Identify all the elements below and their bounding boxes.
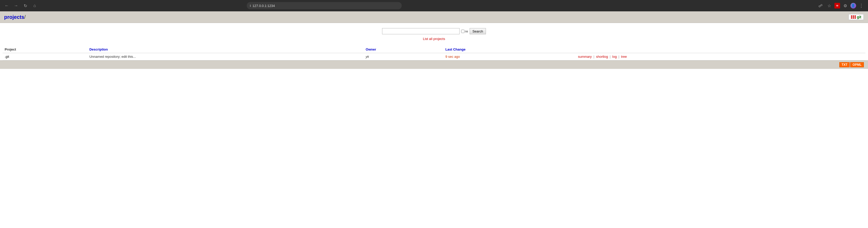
search-button[interactable]: Search — [470, 28, 486, 34]
git-dot-4 — [851, 17, 852, 18]
extensions-button[interactable]: ⚙ — [842, 2, 849, 9]
summary-link[interactable]: summary — [578, 55, 592, 59]
sep-1: | — [593, 55, 595, 59]
last-change: 9 sec ago — [443, 53, 576, 60]
avatar: 👤 — [850, 3, 856, 8]
project-owner: yk — [364, 53, 443, 60]
col-last-change: Last Change — [443, 46, 576, 53]
opml-button[interactable]: OPML — [850, 62, 864, 67]
footer-bar: TXT OPML — [0, 60, 868, 69]
extension-red-icon: M — [834, 3, 840, 8]
git-dot-2 — [853, 15, 854, 17]
txt-button[interactable]: TXT — [839, 62, 850, 67]
git-logo-grid — [851, 15, 856, 18]
last-change-sort-link[interactable]: Last Change — [445, 47, 466, 51]
url-text: 127.0.0.1:1234 — [252, 4, 275, 8]
log-link[interactable]: log — [612, 55, 617, 59]
browser-chrome: ← → ↻ ⌂ ℹ 127.0.0.1:1234 ☍ ☆ M ⚙ 👤 ⋮ — [0, 0, 868, 11]
sep-3: | — [617, 55, 620, 59]
col-description: Description — [87, 46, 364, 53]
col-project: Project — [3, 46, 87, 53]
list-all-link[interactable]: List all projects — [5, 37, 863, 41]
owner-sort-link[interactable]: Owner — [366, 47, 376, 51]
col-links — [576, 46, 865, 53]
menu-button[interactable]: ⋮ — [858, 2, 865, 9]
sep-2: | — [609, 55, 612, 59]
table-header-row: Project Description Owner Last Change — [3, 46, 865, 53]
shortlog-link[interactable]: shortlog — [596, 55, 608, 59]
browser-actions: ☍ ☆ M ⚙ 👤 ⋮ — [817, 2, 865, 9]
col-owner: Owner — [364, 46, 443, 53]
home-button[interactable]: ⌂ — [31, 2, 38, 9]
git-dot-3 — [855, 15, 856, 17]
projects-link[interactable]: projects — [4, 14, 24, 20]
address-bar[interactable]: ℹ 127.0.0.1:1234 — [247, 2, 402, 9]
project-description: Unnamed repository; edit this... — [87, 53, 364, 60]
re-label: re — [461, 29, 468, 33]
page-header: projects/ git — [0, 11, 868, 23]
git-dot-1 — [851, 15, 852, 17]
breadcrumb-separator: / — [24, 14, 26, 20]
git-dot-6 — [855, 17, 856, 18]
git-logo: git — [848, 14, 864, 20]
table-row: .git Unnamed repository; edit this... yk… — [3, 53, 865, 60]
search-section: re Search List all projects — [0, 23, 868, 46]
protocol-icon: ℹ — [250, 4, 251, 7]
git-dot-5 — [853, 17, 854, 18]
breadcrumb: projects/ — [4, 14, 26, 20]
search-input[interactable] — [382, 28, 460, 34]
forward-button[interactable]: → — [12, 2, 20, 9]
back-button[interactable]: ← — [3, 2, 10, 9]
bookmark-button[interactable]: ☆ — [826, 2, 833, 9]
git-logo-text: git — [857, 15, 861, 19]
tree-link[interactable]: tree — [621, 55, 627, 59]
table-wrapper: Project Description Owner Last Change .g… — [0, 46, 868, 60]
project-name: .git — [3, 53, 87, 60]
search-form: re Search — [382, 28, 486, 34]
translate-button[interactable]: ☍ — [817, 2, 824, 9]
re-checkbox[interactable] — [461, 30, 464, 33]
reload-button[interactable]: ↻ — [22, 2, 29, 9]
description-sort-link[interactable]: Description — [89, 47, 108, 51]
projects-table: Project Description Owner Last Change .g… — [3, 46, 865, 60]
project-links: summary | shortlog | log | tree — [576, 53, 865, 60]
re-text: re — [465, 29, 468, 33]
